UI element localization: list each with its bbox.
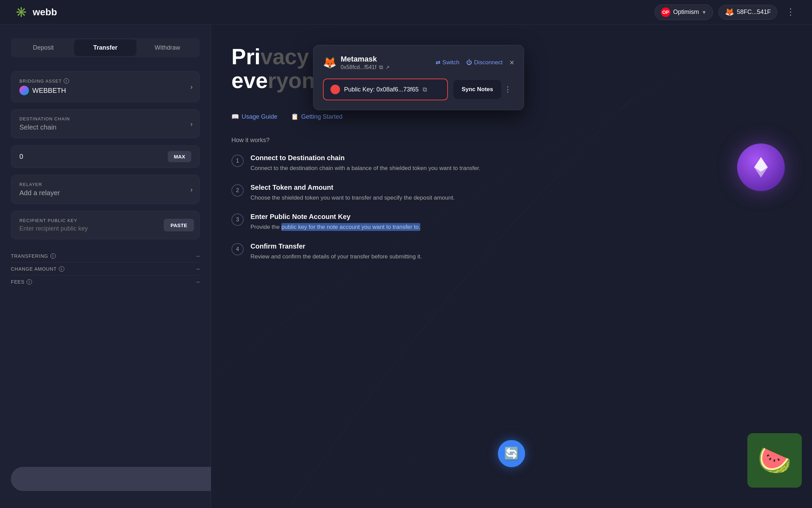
copy-key-icon[interactable]: ⧉ [423, 86, 427, 93]
step-2: 2 Select Token and Amount Choose the shi… [231, 184, 778, 202]
fees-row: FEES i -- [11, 275, 200, 288]
step-3-desc: Provide the public key for the note acco… [250, 223, 420, 232]
transfering-value: -- [196, 253, 200, 259]
tab-withdraw[interactable]: Withdraw [136, 39, 198, 56]
destination-chain-label: DESTINATION CHAIN [19, 116, 191, 121]
popup-title-block: Metamask 0x58fcd...f541f ⧉ ↗ [341, 55, 390, 70]
change-info-icon: i [59, 266, 64, 272]
topnav: ✳️ webb OP Optimism ▼ 🦊 58FC...541F ⋮ [0, 0, 812, 24]
step-2-desc: Choose the shielded token you want to tr… [250, 193, 455, 202]
switch-icon: ⇄ [436, 59, 440, 66]
optimism-icon: OP [661, 7, 670, 17]
wallet-address: 58FC...541F [737, 9, 771, 16]
logo: ✳️ webb [14, 5, 57, 20]
tabs: Deposit Transfer Withdraw [11, 38, 200, 57]
bridging-asset-section[interactable]: BRIDGING ASSET i WEBBETH › [11, 71, 200, 102]
popup-header: 🦊 Metamask 0x58fcd...f541f ⧉ ↗ ⇄ Switch [323, 55, 514, 70]
metamask-popup: 🦊 Metamask 0x58fcd...f541f ⧉ ↗ ⇄ Switch [313, 45, 524, 110]
popup-close-button[interactable]: × [509, 58, 514, 67]
usage-guide-label: Usage Guide [242, 113, 277, 120]
step-3-content: Enter Public Note Account Key Provide th… [250, 213, 420, 232]
bridging-asset-label: BRIDGING ASSET i [19, 78, 191, 84]
step-2-content: Select Token and Amount Choose the shiel… [250, 184, 455, 202]
switch-link[interactable]: ⇄ Switch [436, 59, 459, 66]
recipient-input[interactable] [19, 225, 157, 232]
step-3-title: Enter Public Note Account Key [250, 213, 420, 221]
disconnect-label: Disconnect [474, 59, 503, 66]
fees-info-icon: i [27, 279, 32, 285]
disconnect-icon: ⏻ [466, 59, 472, 66]
left-panel: Deposit Transfer Withdraw BRIDGING ASSET… [0, 24, 211, 508]
recipient-section: RECIPIENT PUBLIC KEY PASTE [11, 211, 200, 239]
step-4-title: Confirm Transfer [250, 242, 422, 250]
popup-actions: ⇄ Switch ⏻ Disconnect × [436, 58, 514, 67]
chain-selector-button[interactable]: OP Optimism ▼ [654, 4, 713, 20]
sync-notes-button[interactable]: Sync Notes [453, 80, 501, 99]
amount-row: MAX [11, 145, 200, 168]
getting-started-label: Getting Started [301, 113, 342, 120]
transfering-info-icon: i [50, 253, 56, 259]
public-key-box: Public Key: 0x08af6...73f65 ⧉ [323, 79, 448, 100]
step-2-title: Select Token and Amount [250, 184, 455, 191]
destination-chain-value: Select chain [19, 123, 191, 131]
step-1-content: Connect to Destination chain Connect to … [250, 154, 481, 173]
tab-transfer[interactable]: Transfer [74, 39, 136, 56]
transfering-label: TRANSFERING i [11, 253, 56, 259]
bridging-asset-value: WEBBETH [19, 86, 191, 95]
watermelon-character: 🍉 [747, 433, 802, 488]
tab-deposit[interactable]: Deposit [12, 39, 74, 56]
fees-label: FEES i [11, 279, 32, 285]
step-3: 3 Enter Public Note Account Key Provide … [231, 213, 778, 232]
how-it-works: How it works? 1 Connect to Destination c… [231, 137, 778, 272]
step-1: 1 Connect to Destination chain Connect t… [231, 154, 778, 173]
relayer-section[interactable]: RELAYER Add a relayer › [11, 175, 200, 204]
webbeth-icon [19, 86, 29, 95]
relayer-value: Add a relayer [19, 189, 191, 197]
chain-chevron-icon: ▼ [702, 10, 707, 15]
metamask-title: Metamask [341, 55, 390, 64]
popup-more-options-button[interactable]: ⋮ [501, 82, 514, 97]
guide-links: 📖 Usage Guide 📋 Getting Started [231, 113, 342, 120]
ethereum-icon [749, 155, 773, 179]
metamask-address: 0x58fcd...f541f ⧉ ↗ [341, 64, 390, 70]
getting-started-link[interactable]: 📋 Getting Started [291, 113, 342, 120]
relayer-label: RELAYER [19, 182, 191, 187]
step-4-num: 4 [231, 243, 244, 255]
amount-input[interactable] [19, 153, 87, 160]
key-dot-icon [330, 85, 340, 94]
wallet-button[interactable]: 🦊 58FC...541F [718, 5, 777, 20]
step-1-title: Connect to Destination chain [250, 154, 481, 162]
chain-name: Optimism [673, 9, 699, 16]
logo-icon: ✳️ [14, 5, 29, 20]
address-text: 0x58fcd...f541f [341, 64, 376, 70]
copy-address-icon[interactable]: ⧉ [379, 64, 383, 70]
bridging-chevron-icon: › [190, 83, 193, 91]
usage-guide-icon: 📖 [231, 113, 239, 120]
step-1-desc: Connect to the destination chain with a … [250, 164, 481, 173]
step-4: 4 Confirm Transfer Review and confirm th… [231, 242, 778, 261]
sync-button-bottom[interactable]: 🔄 [498, 440, 525, 467]
popup-left: 🦊 Metamask 0x58fcd...f541f ⧉ ↗ [323, 55, 390, 70]
paste-button[interactable]: PASTE [164, 219, 194, 232]
more-options-button[interactable]: ⋮ [783, 5, 798, 19]
step-4-content: Confirm Transfer Review and confirm the … [250, 242, 422, 261]
fox-wallet-icon: 🦊 [725, 8, 734, 17]
destination-chevron-icon: › [190, 120, 193, 128]
right-panel: Privacy for everyone 📖 Usage Guide 📋 Get… [211, 24, 812, 508]
transfering-row: TRANSFERING i -- [11, 250, 200, 263]
step-3-desc-highlight: public key for the note account you want… [281, 223, 420, 231]
logo-text: webb [33, 7, 57, 18]
step-4-desc: Review and confirm the details of your t… [250, 252, 422, 261]
how-title: How it works? [231, 137, 778, 144]
disconnect-link[interactable]: ⏻ Disconnect [466, 59, 503, 66]
external-link-icon[interactable]: ↗ [386, 65, 390, 70]
step-2-num: 2 [231, 184, 244, 197]
max-button[interactable]: MAX [168, 151, 191, 162]
step-1-num: 1 [231, 155, 244, 167]
relayer-chevron-icon: › [190, 186, 193, 193]
stats-section: TRANSFERING i -- CHANGE AMOUNT i -- FEES… [11, 250, 200, 288]
usage-guide-link[interactable]: 📖 Usage Guide [231, 113, 277, 120]
ethereum-orb [737, 143, 785, 191]
destination-chain-section[interactable]: DESTINATION CHAIN Select chain › [11, 109, 200, 138]
fees-value: -- [196, 279, 200, 285]
